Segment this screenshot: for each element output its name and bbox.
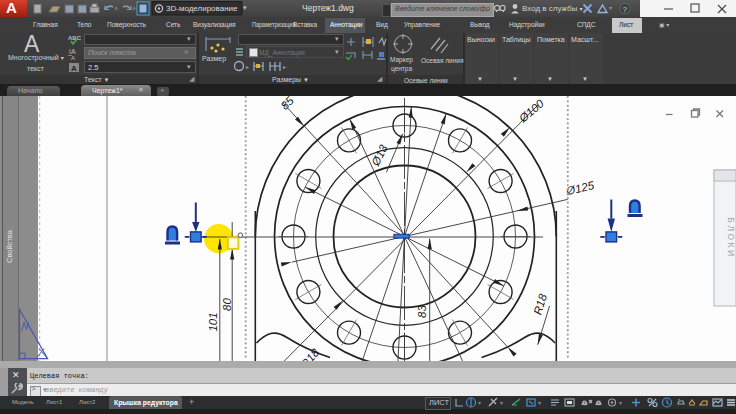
svg-text:Ø125: Ø125 (564, 179, 596, 197)
svg-text:▾: ▾ (538, 400, 541, 406)
svg-text:A: A (71, 64, 77, 73)
svg-text:101: 101 (207, 312, 219, 331)
svg-text:Ø100: Ø100 (516, 97, 546, 125)
svg-text:ABC: ABC (68, 35, 82, 41)
svg-text:▸: ▸ (246, 64, 249, 70)
svg-text:83: 83 (416, 305, 428, 318)
svg-text:Ø13: Ø13 (369, 142, 390, 168)
svg-text:80: 80 (221, 298, 233, 311)
svg-text:?: ? (623, 5, 628, 14)
svg-text:▾: ▾ (478, 400, 481, 406)
svg-text:R18: R18 (531, 292, 549, 316)
svg-text:85: 85 (278, 96, 296, 112)
svg-text:БЛОКИ: БЛОКИ (726, 217, 736, 258)
svg-text:A: A (71, 55, 75, 61)
svg-text:▾: ▾ (500, 400, 503, 406)
svg-text:▾: ▾ (619, 400, 622, 406)
svg-text:▸: ▸ (283, 64, 286, 70)
